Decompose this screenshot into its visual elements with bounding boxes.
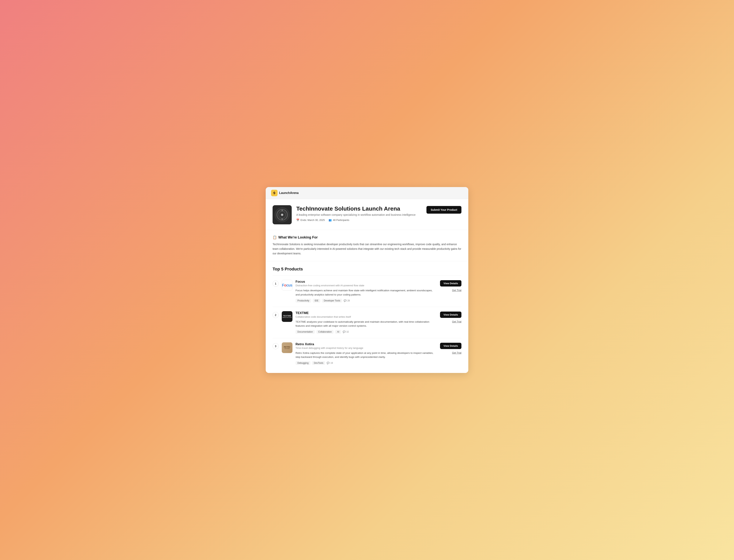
products-section: Top 5 Products 1 Focus Focus Distraction… — [266, 261, 468, 373]
product-desc-3: Retro Xotira captures the complete state… — [296, 351, 437, 359]
view-details-btn-1[interactable]: View Details — [440, 280, 461, 287]
product-name-2: TEXTME — [296, 311, 437, 315]
logo-icon — [271, 190, 278, 196]
product-tagline-2: Collaborative code documentation that wr… — [296, 315, 437, 318]
product-tags-2: Documentation Collaboration AI 💬 32 — [296, 330, 437, 334]
main-card: LaunchArena TechInnovate Solutions Launc… — [266, 187, 468, 373]
get-trial-btn-1[interactable]: Get Trial — [452, 288, 461, 292]
product-name-3: Retro Xotira — [296, 342, 437, 346]
tag-devtools-3: DevTools — [312, 361, 325, 365]
product-tags-1: Productivity IDE Developer Tools 💬 28 — [296, 299, 437, 303]
arena-logo-img — [273, 205, 292, 224]
product-logo-retro: RETRO XOTIRA — [282, 342, 293, 353]
product-rank-1: 1 — [273, 281, 279, 287]
comment-icon-1: 💬 — [344, 299, 347, 302]
calendar-icon: 📅 — [296, 219, 299, 221]
tag-documentation: Documentation — [296, 330, 315, 334]
product-content-textme: TEXTME Collaborative code documentation … — [296, 311, 437, 334]
submit-product-button[interactable]: Submit Your Product — [426, 206, 461, 214]
product-desc-1: Focus helps developers achieve and maint… — [296, 288, 437, 297]
get-trial-btn-3[interactable]: Get Trial — [452, 351, 461, 355]
nav-logo: LaunchArena — [271, 190, 299, 196]
arena-subtitle: A leading enterprise software company sp… — [296, 213, 422, 216]
tag-ai: AI — [335, 330, 341, 334]
product-rank-2: 2 — [273, 312, 279, 318]
product-row: 1 Focus Focus Distraction-free coding en… — [273, 275, 461, 307]
product-rank-3: 3 — [273, 343, 279, 349]
product-content-retro: Retro Xotira Time-travel debugging with … — [296, 342, 437, 365]
product-logo-focus: Focus — [282, 280, 293, 291]
view-details-btn-3[interactable]: View Details — [440, 343, 461, 349]
product-tagline-3: Time-travel debugging with snapshot hist… — [296, 347, 437, 349]
tag-debugging: Debugging — [296, 361, 311, 365]
arena-title: TechInnovate Solutions Launch Arena — [296, 205, 422, 212]
product-desc-2: TEXTME analyzes your codebase to automat… — [296, 320, 437, 328]
looking-for-title: 📋 What We're Looking For — [273, 235, 461, 239]
get-trial-btn-2[interactable]: Get Trial — [452, 319, 461, 324]
product-row: 3 RETRO XOTIRA Retro Xotira Time-travel … — [273, 338, 461, 369]
product-row: 2 TEXTME INNOVATION TEXTME Collaborative… — [273, 307, 461, 338]
product-content-focus: Focus Distraction-free coding environmen… — [296, 280, 437, 302]
product-actions-1: View Details Get Trial — [440, 280, 461, 292]
tag-ide: IDE — [313, 299, 321, 303]
tag-productivity: Productivity — [296, 299, 311, 303]
arena-header: TechInnovate Solutions Launch Arena A le… — [266, 199, 468, 230]
svg-point-4 — [282, 214, 283, 215]
comment-icon-2: 💬 — [343, 330, 346, 333]
ends-date: 📅 Ends: March 30, 2025 — [296, 219, 325, 221]
nav-bar: LaunchArena — [266, 187, 468, 199]
comment-count-3: 💬 19 — [327, 362, 333, 364]
product-actions-3: View Details Get Trial — [440, 343, 461, 355]
arena-info: TechInnovate Solutions Launch Arena A le… — [296, 205, 422, 221]
comment-icon-3: 💬 — [327, 362, 330, 364]
product-tagline-1: Distraction-free coding environment with… — [296, 284, 437, 287]
looking-for-section: 📋 What We're Looking For TechInnovate So… — [266, 230, 468, 261]
tag-devtools: Developer Tools — [322, 299, 342, 303]
product-name-1: Focus — [296, 280, 437, 284]
comment-count-2: 💬 32 — [343, 330, 349, 333]
products-title: Top 5 Products — [273, 267, 461, 272]
product-logo-textme: TEXTME INNOVATION — [282, 311, 293, 322]
tag-collaboration: Collaboration — [316, 330, 334, 334]
comment-count-1: 💬 28 — [344, 299, 350, 302]
view-details-btn-2[interactable]: View Details — [440, 312, 461, 318]
arena-meta: 📅 Ends: March 30, 2025 👥 48 Participants — [296, 219, 422, 221]
product-actions-2: View Details Get Trial — [440, 312, 461, 324]
participants: 👥 48 Participants — [329, 219, 349, 221]
product-tags-3: Debugging DevTools 💬 19 — [296, 361, 437, 365]
users-icon: 👥 — [329, 219, 332, 221]
looking-for-body: TechInnovate Solutions is seeking innova… — [273, 242, 461, 256]
nav-logo-text: LaunchArena — [279, 191, 299, 195]
looking-for-icon: 📋 — [273, 235, 277, 239]
